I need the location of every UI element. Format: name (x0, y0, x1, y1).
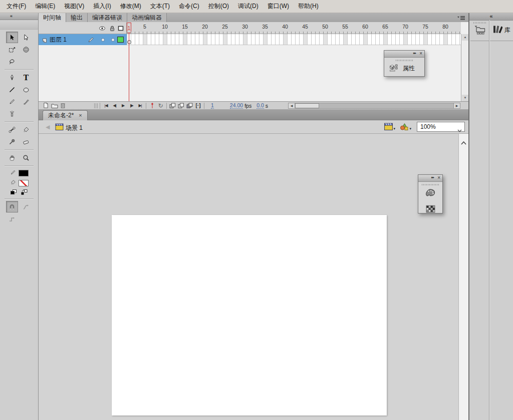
layer-name[interactable]: 图层 1 (50, 36, 67, 44)
selection-tool-icon[interactable] (6, 32, 18, 43)
3d-rotation-tool-icon[interactable] (20, 44, 32, 55)
menu-edit[interactable]: 编辑(E) (31, 0, 60, 13)
expand-panel-icon[interactable]: ▸▸ (431, 175, 434, 179)
menu-debug[interactable]: 调试(D) (233, 0, 263, 13)
step-forward-icon[interactable]: |▶ (127, 102, 136, 109)
menu-modify[interactable]: 修改(M) (116, 0, 146, 13)
dock-collapse-icon[interactable]: « (469, 13, 513, 21)
center-frame-marker-icon[interactable] (148, 102, 156, 109)
properties-panel-titlebar[interactable]: ▸▸ × (384, 51, 424, 58)
lasso-tool-icon[interactable] (6, 56, 18, 67)
loop-playback-icon[interactable]: ↻ (156, 102, 165, 109)
smooth-tool-icon[interactable] (20, 201, 32, 213)
edit-multiple-frames-icon[interactable] (185, 102, 194, 109)
close-panel-icon[interactable]: × (419, 51, 422, 57)
free-transform-tool-icon[interactable] (6, 44, 18, 55)
edit-symbols-button[interactable]: ▾ (400, 123, 411, 130)
menu-window[interactable]: 窗口(W) (263, 0, 294, 13)
menu-help[interactable]: 帮助(H) (294, 0, 323, 13)
black-white-colors-icon[interactable] (11, 188, 17, 197)
menu-file[interactable]: 文件(F) (2, 0, 31, 13)
tab-timeline[interactable]: 时间轴 (39, 13, 66, 22)
panel-menu-icon[interactable] (456, 15, 465, 21)
color-panel-titlebar[interactable]: ▸▸ × (418, 175, 442, 182)
line-tool-icon[interactable] (6, 84, 18, 95)
tools-panel-grip[interactable] (0, 20, 38, 30)
empty-keyframe-icon[interactable] (127, 40, 131, 44)
expand-panel-icon[interactable]: ▸▸ (413, 51, 416, 55)
play-icon[interactable]: ▶ (119, 102, 127, 109)
layer-row[interactable]: 图层 1 (39, 34, 127, 45)
zoom-tool-icon[interactable] (20, 152, 32, 163)
playhead-line[interactable] (129, 33, 129, 101)
stroke-color-swatch[interactable] (19, 170, 29, 176)
frame-grid-row[interactable] (127, 34, 461, 45)
back-arrow-icon[interactable]: ◀ (46, 124, 50, 130)
scroll-left-icon[interactable]: ◀ (289, 103, 295, 108)
new-layer-icon[interactable] (42, 102, 50, 109)
close-panel-icon[interactable]: × (437, 175, 440, 181)
scroll-down-icon[interactable]: ▼ (462, 95, 468, 101)
components-panel-collapsed[interactable] (470, 20, 489, 41)
outline-layers-icon[interactable] (117, 25, 124, 34)
hand-tool-icon[interactable] (6, 152, 18, 163)
go-to-first-frame-icon[interactable]: |◀ (102, 102, 110, 109)
dock-column-divider[interactable] (489, 20, 490, 420)
close-document-icon[interactable]: × (79, 113, 82, 118)
timeline-vertical-scrollbar[interactable]: ▲ ▼ (461, 34, 468, 101)
eraser-tool-icon[interactable] (20, 136, 32, 147)
onion-skin-icon[interactable] (168, 102, 177, 109)
menu-control[interactable]: 控制(O) (204, 0, 233, 13)
scroll-up-icon[interactable]: ▲ (462, 34, 468, 41)
oval-tool-icon[interactable] (20, 84, 32, 95)
document-tab[interactable]: 未命名-2* × (43, 110, 88, 120)
color-panel-item[interactable] (418, 188, 442, 199)
tools-panel-collapse-icon[interactable]: « (0, 13, 38, 20)
pencil-tool-icon[interactable] (6, 96, 18, 107)
eyedropper-tool-icon[interactable] (6, 136, 18, 147)
tab-output[interactable]: 输出 (66, 13, 88, 22)
layer-outline-color-swatch[interactable] (117, 37, 124, 43)
properties-panel-item[interactable]: 属性 (384, 62, 424, 74)
stage-vertical-scrollbar[interactable] (458, 134, 468, 420)
step-back-icon[interactable]: ◀| (110, 102, 119, 109)
menu-view[interactable]: 视图(V) (60, 0, 89, 13)
delete-layer-trash-icon[interactable] (59, 102, 67, 109)
zoom-level-select[interactable]: 100% (417, 122, 465, 132)
pen-tool-icon[interactable] (6, 72, 18, 83)
frame-rate-field[interactable]: 24.00 (230, 103, 243, 109)
scrollbar-thumb[interactable] (295, 103, 319, 108)
go-to-last-frame-icon[interactable]: ▶| (136, 102, 144, 109)
straighten-tool-icon[interactable] (6, 213, 18, 225)
scroll-right-icon[interactable]: ▶ (453, 103, 460, 108)
frame-ruler[interactable]: 1 5 10 15 20 25 30 35 40 45 50 55 60 65 … (127, 22, 461, 34)
library-panel-collapsed[interactable]: 库 (489, 20, 513, 41)
subselection-tool-icon[interactable] (20, 32, 32, 43)
menu-text[interactable]: 文本(T) (146, 0, 174, 13)
stage-canvas[interactable] (112, 215, 387, 415)
edit-scene-button[interactable]: ▾ (384, 123, 395, 130)
text-tool-icon[interactable]: T (20, 72, 32, 83)
modify-markers-icon[interactable]: [·] (194, 102, 202, 109)
layer-lock-dot[interactable] (112, 39, 114, 41)
onion-skin-outlines-icon[interactable] (177, 102, 185, 109)
fill-color-swatch[interactable] (19, 180, 29, 186)
timeline-splitter-grip[interactable] (94, 103, 98, 108)
swatches-panel-item[interactable] (418, 205, 442, 215)
menu-commands[interactable]: 命令(C) (174, 0, 204, 13)
swap-colors-icon[interactable] (21, 188, 28, 197)
brush-tool-icon[interactable] (20, 96, 32, 107)
elapsed-time-field[interactable]: 0.0 (256, 103, 264, 109)
timeline-horizontal-scrollbar[interactable]: ◀ ▶ (288, 103, 460, 109)
lock-layers-icon[interactable] (109, 25, 116, 34)
tab-compiler-errors[interactable]: 编译器错误 (88, 13, 127, 22)
new-folder-icon[interactable] (50, 102, 59, 109)
paint-bucket-tool-icon[interactable] (20, 124, 32, 135)
bone-tool-icon[interactable] (6, 124, 18, 135)
current-frame-field[interactable]: 1 (211, 103, 214, 109)
show-hide-eye-icon[interactable] (99, 25, 106, 34)
scroll-up-chevron-icon[interactable] (461, 138, 466, 147)
layer-visibility-dot[interactable] (102, 39, 104, 41)
menu-insert[interactable]: 插入(I) (89, 0, 115, 13)
tab-motion-editor[interactable]: 动画编辑器 (127, 13, 167, 22)
